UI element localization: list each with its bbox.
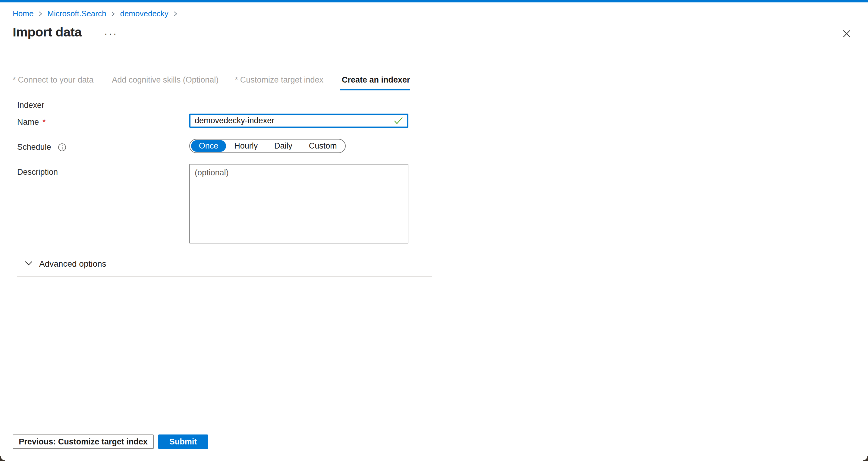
wizard-tabs: *Connect to your data Add cognitive skil… <box>13 75 410 90</box>
breadcrumb-home-link[interactable]: Home <box>13 9 33 19</box>
required-asterisk: * <box>42 118 46 127</box>
schedule-option-hourly[interactable]: Hourly <box>226 140 266 152</box>
tab-customize-target-index[interactable]: *Customize target index <box>235 75 323 90</box>
chevron-right-icon <box>111 10 116 17</box>
tab-create-an-indexer[interactable]: Create an indexer <box>340 75 410 90</box>
page-title: Import data <box>13 25 82 39</box>
tab-add-cognitive-skills[interactable]: Add cognitive skills (Optional) <box>110 75 218 90</box>
schedule-field-label: Schedule <box>17 143 66 152</box>
schedule-option-custom[interactable]: Custom <box>301 140 345 152</box>
footer-divider <box>0 423 868 423</box>
schedule-option-once[interactable]: Once <box>191 140 226 152</box>
chevron-right-icon <box>38 10 43 17</box>
chevron-right-icon <box>173 10 178 17</box>
breadcrumb-resource-link[interactable]: demovedecky <box>120 9 168 19</box>
name-field-wrapper <box>189 114 408 128</box>
indexer-name-input[interactable] <box>189 114 408 128</box>
indexer-section-title: Indexer <box>17 101 44 110</box>
chevron-down-icon <box>24 260 33 268</box>
breadcrumb: Home Microsoft.Search demovedecky <box>13 9 178 19</box>
advanced-options-label: Advanced options <box>39 259 106 269</box>
name-field-label: Name* <box>17 118 46 127</box>
previous-step-button[interactable]: Previous: Customize target index <box>13 434 154 449</box>
window-corner-artifact <box>0 456 5 461</box>
info-icon[interactable] <box>58 143 66 152</box>
close-icon[interactable] <box>841 29 852 39</box>
breadcrumb-service-link[interactable]: Microsoft.Search <box>47 9 106 19</box>
divider <box>17 254 432 254</box>
advanced-options-toggle[interactable]: Advanced options <box>24 259 106 269</box>
validation-check-icon <box>393 116 404 126</box>
window-corner-artifact <box>863 456 868 461</box>
schedule-option-daily[interactable]: Daily <box>266 140 301 152</box>
more-menu-icon[interactable]: ··· <box>104 29 118 38</box>
description-textarea[interactable] <box>189 164 408 243</box>
description-field-label: Description <box>17 167 58 177</box>
schedule-segmented-control: Once Hourly Daily Custom <box>189 139 346 153</box>
portal-top-accent-bar <box>0 0 868 2</box>
submit-button[interactable]: Submit <box>158 434 208 449</box>
tab-connect-to-your-data[interactable]: *Connect to your data <box>13 75 93 90</box>
divider <box>17 276 432 277</box>
